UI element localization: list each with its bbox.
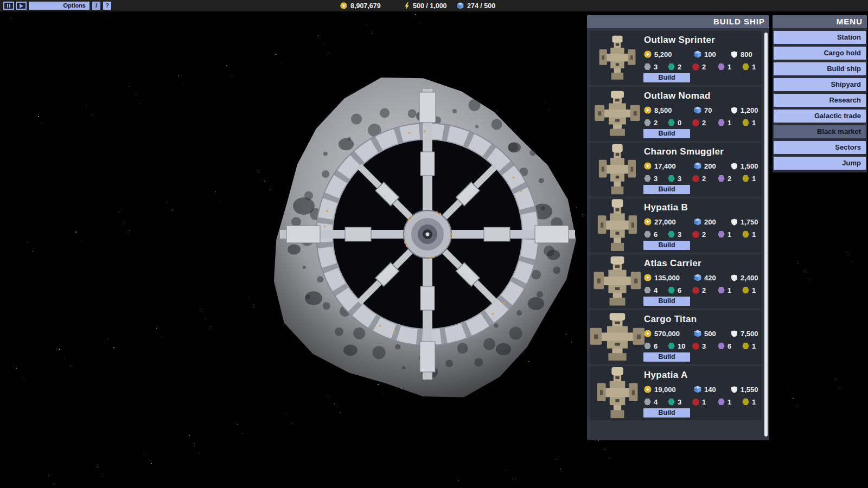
ship-shield: 1,750 [731, 217, 758, 226]
cube-icon [694, 218, 701, 226]
build-button[interactable]: Build [643, 73, 690, 82]
game-viewport: Options i ? 8,907,679 500 / 1,000 274 / … [0, 0, 868, 488]
resource-green: 3 [668, 397, 681, 406]
bolt-icon [404, 2, 410, 10]
cargo-counter: 274 / 500 [457, 0, 495, 11]
build-panel-scrollbar[interactable] [764, 33, 768, 436]
cargo-value: 420 [704, 274, 716, 282]
resource-yellow: 1 [742, 397, 756, 406]
cargo-value: 70 [704, 106, 712, 114]
ship-cost-credits: 27,000 [644, 217, 676, 226]
shield-icon [731, 51, 738, 58]
top-bar: Options i ? 8,907,679 500 / 1,000 274 / … [0, 0, 868, 11]
build-button[interactable]: Build [643, 297, 690, 306]
ship-sprite [593, 90, 641, 138]
cargo-value: 200 [704, 218, 716, 226]
green-hex-icon [668, 231, 675, 238]
resource-red: 2 [692, 174, 706, 183]
menu-item-cargo-hold[interactable]: Cargo hold [774, 47, 866, 60]
menu-item-galactic-trade[interactable]: Galactic trade [774, 110, 866, 123]
red-dot-icon [692, 175, 699, 182]
coin-icon [644, 106, 652, 114]
gray-hex-icon [644, 231, 651, 238]
shield-value: 7,500 [741, 330, 758, 338]
yellow-hex-icon [742, 63, 749, 70]
purple-hex-icon [718, 231, 725, 238]
purple-hex-icon [718, 287, 725, 294]
shield-icon [731, 386, 738, 393]
resource-red: 1 [692, 397, 706, 406]
resource-red: 3 [692, 342, 706, 350]
ship-cargo-capacity: 500 [694, 329, 716, 338]
resource-green: 6 [668, 286, 681, 294]
credits-cost-value: 8,500 [654, 106, 672, 114]
play-button[interactable] [16, 2, 27, 10]
green-hex-icon [668, 399, 675, 406]
shield-icon [731, 107, 738, 114]
credits-cost-value: 27,000 [654, 218, 676, 226]
ship-name: Atlas Carrier [644, 258, 701, 269]
help-button[interactable]: ? [103, 2, 111, 10]
pause-button[interactable] [3, 2, 14, 10]
menu-item-jump[interactable]: Jump [774, 157, 866, 170]
info-button[interactable]: i [92, 2, 100, 10]
pause-icon [9, 4, 10, 8]
purple-hex-icon [718, 175, 725, 182]
menu-item-build-ship[interactable]: Build ship [774, 62, 866, 75]
cargo-value: 140 [704, 386, 716, 394]
ship-shield: 7,500 [731, 329, 758, 338]
yellow-hex-icon [742, 119, 749, 126]
ship-name: Outlaw Nomad [644, 91, 711, 101]
ship-shield: 1,200 [731, 106, 758, 114]
yellow-hex-icon [742, 399, 749, 406]
build-button[interactable]: Build [643, 185, 690, 194]
menu-item-black-market[interactable]: Black market [774, 125, 866, 138]
cube-icon [694, 386, 701, 393]
credits-cost-value: 5,200 [654, 50, 672, 59]
ship-cost-credits: 5,200 [644, 50, 672, 59]
ship-card: Outlaw Sprinter5,20010080032211Build [590, 31, 762, 85]
build-button[interactable]: Build [643, 408, 690, 418]
ship-name: Charon Smuggler [644, 146, 724, 157]
ship-list: Outlaw Sprinter5,20010080032211BuildOutl… [587, 31, 769, 422]
menu-item-research[interactable]: Research [774, 94, 866, 107]
menu-item-station[interactable]: Station [774, 31, 866, 44]
build-button[interactable]: Build [643, 352, 690, 362]
gray-hex-icon [644, 175, 651, 182]
purple-hex-icon [718, 63, 725, 70]
resource-yellow: 1 [742, 62, 756, 71]
build-button[interactable]: Build [643, 241, 690, 250]
shield-icon [731, 219, 738, 226]
credits-cost-value: 135,000 [654, 274, 680, 282]
menu-panel-title: MENU [773, 15, 867, 28]
options-button[interactable]: Options [29, 2, 90, 10]
build-ship-panel: BUILD SHIP Outlaw Sprinter5,200100800322… [587, 15, 769, 440]
cargo-value: 200 [704, 162, 716, 170]
resource-green: 3 [668, 174, 681, 183]
ship-shield: 1,500 [731, 162, 758, 170]
credits-value: 8,907,679 [350, 2, 381, 10]
ship-sprite [598, 143, 636, 196]
ship-card: Cargo Titan570,0005007,500610361Build [590, 310, 762, 364]
build-ship-panel-title: BUILD SHIP [587, 15, 769, 28]
asteroid-station-view [260, 70, 586, 407]
cube-icon [694, 274, 701, 281]
build-button[interactable]: Build [643, 129, 690, 138]
resource-gray: 3 [644, 174, 658, 183]
resource-red: 2 [692, 286, 706, 294]
resource-purple: 1 [718, 397, 731, 406]
cube-icon [694, 106, 701, 114]
menu-item-sectors[interactable]: Sectors [774, 141, 866, 154]
ship-cargo-capacity: 140 [694, 385, 716, 394]
cube-icon [694, 162, 701, 170]
resource-gray: 3 [644, 62, 658, 71]
ship-name: Hypatia B [644, 202, 688, 213]
coin-icon [340, 2, 347, 9]
ship-name: Cargo Titan [644, 314, 697, 325]
resource-green: 10 [668, 342, 685, 350]
coin-icon [644, 218, 652, 226]
green-hex-icon [668, 343, 675, 350]
cube-icon [457, 2, 464, 9]
energy-counter: 500 / 1,000 [404, 0, 447, 11]
menu-item-shipyard[interactable]: Shipyard [774, 78, 866, 91]
